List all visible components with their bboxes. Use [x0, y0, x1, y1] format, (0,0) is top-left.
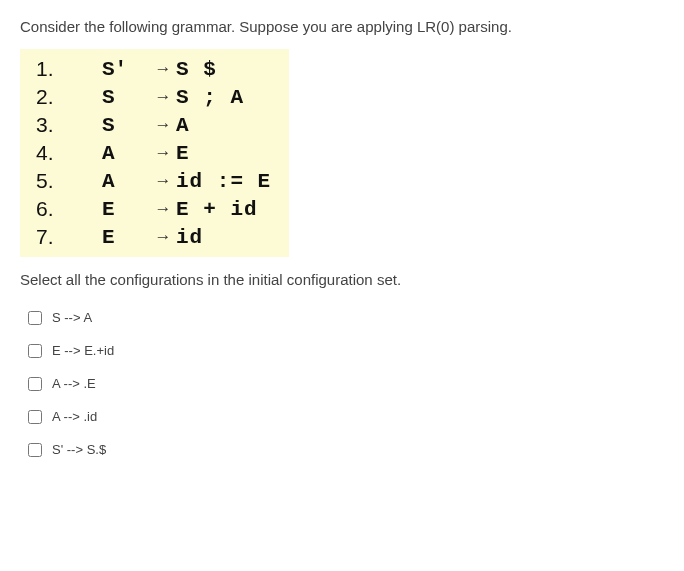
option-checkbox[interactable] [28, 410, 42, 424]
option-label: S --> A [52, 310, 92, 325]
answer-options: S --> A E --> E.+id A --> .E A --> .id S… [28, 310, 664, 457]
rule-lhs: S' [102, 58, 150, 81]
rule-number: 1. [30, 57, 102, 81]
rule-rhs: id [176, 226, 203, 249]
rule-number: 4. [30, 141, 102, 165]
rule-number: 6. [30, 197, 102, 221]
grammar-rule: 7. E → id [30, 223, 271, 251]
grammar-rule: 5. A → id := E [30, 167, 271, 195]
question-subprompt: Select all the configurations in the ini… [20, 271, 664, 288]
option-label: S' --> S.$ [52, 442, 106, 457]
rule-lhs: A [102, 170, 150, 193]
grammar-rule: 3. S → A [30, 111, 271, 139]
rule-lhs: E [102, 198, 150, 221]
rule-rhs: S ; A [176, 86, 244, 109]
rule-lhs: S [102, 86, 150, 109]
option-label: A --> .E [52, 376, 96, 391]
rule-lhs: S [102, 114, 150, 137]
rule-lhs: A [102, 142, 150, 165]
grammar-block: 1. S' → S $ 2. S → S ; A 3. S → A 4. A →… [20, 49, 289, 257]
rule-number: 7. [30, 225, 102, 249]
rule-arrow: → [150, 143, 176, 163]
answer-option[interactable]: S' --> S.$ [28, 442, 664, 457]
grammar-rule: 1. S' → S $ [30, 55, 271, 83]
rule-lhs: E [102, 226, 150, 249]
option-label: A --> .id [52, 409, 97, 424]
grammar-rule: 2. S → S ; A [30, 83, 271, 111]
rule-arrow: → [150, 171, 176, 191]
option-checkbox[interactable] [28, 344, 42, 358]
grammar-rule: 4. A → E [30, 139, 271, 167]
question-prompt: Consider the following grammar. Suppose … [20, 18, 664, 35]
rule-arrow: → [150, 227, 176, 247]
rule-arrow: → [150, 199, 176, 219]
rule-number: 3. [30, 113, 102, 137]
rule-arrow: → [150, 59, 176, 79]
rule-rhs: id := E [176, 170, 271, 193]
rule-rhs: A [176, 114, 190, 137]
rule-arrow: → [150, 87, 176, 107]
option-label: E --> E.+id [52, 343, 114, 358]
option-checkbox[interactable] [28, 311, 42, 325]
option-checkbox[interactable] [28, 443, 42, 457]
rule-arrow: → [150, 115, 176, 135]
answer-option[interactable]: A --> .E [28, 376, 664, 391]
rule-number: 5. [30, 169, 102, 193]
rule-rhs: S $ [176, 58, 217, 81]
grammar-rule: 6. E → E + id [30, 195, 271, 223]
answer-option[interactable]: E --> E.+id [28, 343, 664, 358]
answer-option[interactable]: A --> .id [28, 409, 664, 424]
rule-number: 2. [30, 85, 102, 109]
option-checkbox[interactable] [28, 377, 42, 391]
answer-option[interactable]: S --> A [28, 310, 664, 325]
rule-rhs: E + id [176, 198, 258, 221]
rule-rhs: E [176, 142, 190, 165]
